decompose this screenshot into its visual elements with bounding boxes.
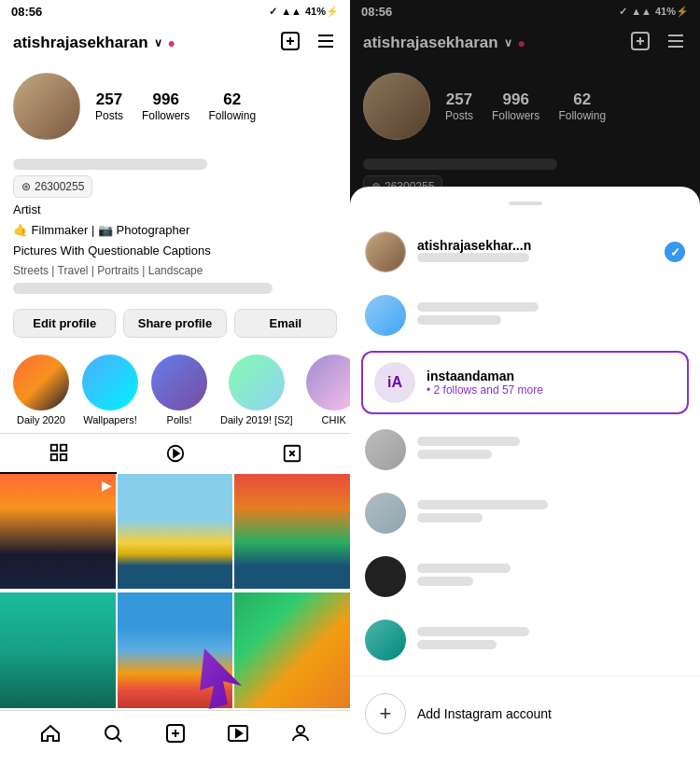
home-icon[interactable] <box>39 722 62 748</box>
account-selected-check: ✓ <box>665 242 685 262</box>
username-area-left[interactable]: atishrajasekharan ∨ ● <box>13 34 175 52</box>
instaandaman-info: instaandaman • 2 follows and 57 more <box>427 369 676 397</box>
account-item-current[interactable]: atishrajasekhar...n ✓ <box>350 220 700 284</box>
grid-cell-3[interactable] <box>234 474 350 590</box>
menu-icon[interactable] <box>315 30 337 56</box>
profile-section-left: 257 Posts 996 Followers 62 Following <box>0 63 350 159</box>
account-2-avatar <box>365 295 406 336</box>
account-item-5[interactable] <box>350 481 700 545</box>
highlight-label-1: Daily 2020 <box>17 414 65 425</box>
search-icon[interactable] <box>102 722 124 748</box>
account-6-avatar <box>365 556 406 597</box>
grid-cell-4[interactable] <box>0 592 116 708</box>
posts-stat: 257 Posts <box>95 91 123 122</box>
highlight-item-2[interactable]: Wallpapers! <box>82 355 138 425</box>
current-account-info: atishrajasekhar...n <box>417 238 653 266</box>
threads-badge-left[interactable]: ⊛ 26300255 <box>13 175 92 198</box>
username-text-left: atishrajasekharan <box>13 34 148 52</box>
create-icon[interactable] <box>164 722 187 748</box>
highlight-label-3: Polls! <box>167 414 192 425</box>
status-bar-left: 08:56 ✓ ▲▲ 41%⚡ <box>0 0 350 22</box>
account-6-sub <box>417 577 473 586</box>
email-button[interactable]: Email <box>234 309 337 338</box>
share-profile-button[interactable]: Share profile <box>123 309 226 338</box>
svg-rect-6 <box>50 445 56 451</box>
account-item-2[interactable] <box>350 284 700 347</box>
grid-cell-6[interactable] <box>234 592 350 708</box>
account-5-name <box>417 500 548 509</box>
battery-icon: 41%⚡ <box>305 6 339 18</box>
account-5-avatar <box>365 493 406 534</box>
highlight-circle-2 <box>82 355 138 411</box>
account-5-sub <box>417 513 483 522</box>
edit-profile-button[interactable]: Edit profile <box>13 309 116 338</box>
header-left: atishrajasekharan ∨ ● <box>0 22 350 63</box>
highlight-label-4: Daily 2019! [S2] <box>220 414 293 425</box>
svg-rect-8 <box>50 454 56 460</box>
grid-cell-5[interactable] <box>118 592 233 708</box>
threads-id-left: 26300255 <box>35 180 84 193</box>
account-7-name <box>417 627 529 636</box>
add-post-icon[interactable] <box>279 30 301 56</box>
svg-point-20 <box>297 726 304 733</box>
popup-handle <box>509 202 542 205</box>
highlight-circle-1 <box>13 355 69 411</box>
following-stat[interactable]: 62 Following <box>208 91 256 122</box>
add-account-item[interactable]: + Add Instagram account <box>350 680 700 747</box>
account-2-name <box>417 302 539 312</box>
bio-text-3: Pictures With Questionable Captions <box>13 243 337 259</box>
account-item-instaandaman[interactable]: iA instaandaman • 2 follows and 57 more <box>361 351 689 414</box>
stats-left: 257 Posts 996 Followers 62 Following <box>95 91 256 122</box>
tab-grid[interactable] <box>0 434 117 474</box>
highlight-item-5[interactable]: CHIK <box>306 355 350 425</box>
highlight-item-4[interactable]: Daily 2019! [S2] <box>220 355 293 425</box>
svg-point-13 <box>105 726 119 739</box>
posts-count: 257 <box>95 91 123 109</box>
bio-text-2: 🤙 Filmmaker | 📷 Photographer <box>13 222 337 239</box>
reels-nav-icon[interactable] <box>227 722 249 748</box>
bio-text-4: Streets | Travel | Portraits | Landscape <box>13 264 337 277</box>
highlight-item-1[interactable]: Daily 2020 <box>13 355 69 425</box>
left-panel: 08:56 ✓ ▲▲ 41%⚡ atishrajasekharan ∨ ● <box>0 0 350 766</box>
threads-icon: ⊛ <box>21 180 31 193</box>
followers-stat[interactable]: 996 Followers <box>142 91 189 122</box>
current-account-name: atishrajasekhar...n <box>417 238 653 253</box>
grid-cell-1[interactable]: ▶ <box>0 474 116 590</box>
bio-text-1: Artist <box>13 202 337 218</box>
highlight-item-3[interactable]: Polls! <box>151 355 207 425</box>
profile-nav-icon[interactable] <box>289 722 312 748</box>
svg-line-14 <box>117 737 121 742</box>
profile-top-left: 257 Posts 996 Followers 62 Following <box>13 73 337 140</box>
posts-label: Posts <box>95 109 123 122</box>
account-switcher-popup: atishrajasekhar...n ✓ iA instaandaman • … <box>350 187 700 766</box>
tab-tagged[interactable] <box>233 434 350 474</box>
svg-marker-11 <box>174 450 179 456</box>
tab-reels[interactable] <box>117 434 233 474</box>
chevron-down-icon: ∨ <box>154 36 162 49</box>
action-buttons-left: Edit profile Share profile Email <box>0 299 350 347</box>
popup-divider <box>350 675 700 676</box>
account-item-4[interactable] <box>350 418 700 481</box>
bio-blurred-1 <box>13 159 207 170</box>
highlight-label-5: CHIK <box>322 414 346 425</box>
account-item-7[interactable] <box>350 608 700 672</box>
bottom-nav-left <box>0 710 350 766</box>
svg-marker-19 <box>236 730 242 737</box>
status-time-left: 08:56 <box>11 5 42 19</box>
bio-blurred-2 <box>13 283 273 294</box>
instaandaman-name: instaandaman <box>427 369 676 383</box>
following-label: Following <box>208 109 256 122</box>
account-4-sub <box>417 450 492 459</box>
active-dot-left: ● <box>168 35 175 50</box>
add-account-label: Add Instagram account <box>417 706 552 721</box>
grid-cell-2[interactable] <box>118 474 233 590</box>
add-account-icon: + <box>365 693 406 734</box>
right-panel: 08:56 ✓ ▲▲ 41%⚡ atishrajasekharan ∨ ● <box>350 0 700 766</box>
account-7-avatar <box>365 620 406 661</box>
tab-bar-left <box>0 433 350 474</box>
account-7-info <box>417 627 685 653</box>
avatar-left <box>13 73 80 140</box>
account-4-info <box>417 437 685 463</box>
account-item-6[interactable] <box>350 545 700 608</box>
photo-grid-left: ▶ <box>0 474 350 710</box>
